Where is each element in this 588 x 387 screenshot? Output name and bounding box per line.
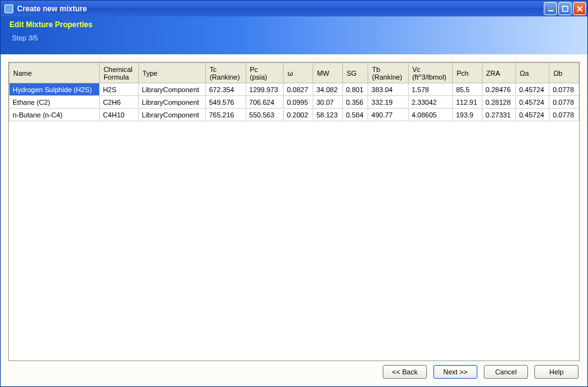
help-button[interactable]: Help	[534, 365, 579, 379]
next-button[interactable]: Next >>	[433, 365, 477, 379]
table-cell[interactable]: 490.77	[368, 109, 409, 121]
svg-rect-1	[563, 6, 568, 11]
table-cell[interactable]: LibraryComponent	[138, 83, 205, 96]
column-header[interactable]: ZRA	[482, 63, 515, 83]
minimize-icon	[548, 6, 554, 12]
client-area: NameChemicalFormulaTypeTc(Rankine)Pc(psi…	[1, 54, 587, 386]
wizard-footer: << Back Next >> Cancel Help	[8, 361, 580, 380]
properties-table: NameChemicalFormulaTypeTc(Rankine)Pc(psi…	[9, 63, 579, 121]
column-header[interactable]: Ωa	[515, 63, 549, 83]
table-cell[interactable]: 0.584	[342, 109, 368, 121]
table-cell[interactable]: 0.45724	[515, 109, 549, 121]
table-cell[interactable]: 549.576	[205, 96, 246, 109]
table-body: Hydrogen Sulphide (H2S)H2SLibraryCompone…	[9, 83, 579, 121]
table-cell[interactable]: 383.04	[368, 83, 409, 96]
maximize-icon	[562, 6, 568, 12]
table-cell[interactable]: 0.0827	[284, 83, 313, 96]
table-row[interactable]: Hydrogen Sulphide (H2S)H2SLibraryCompone…	[9, 83, 579, 96]
table-row[interactable]: n-Butane (n-C4)C4H10LibraryComponent765.…	[9, 109, 579, 121]
minimize-button[interactable]	[544, 2, 557, 15]
table-cell[interactable]: Ethane (C2)	[9, 96, 100, 109]
column-header[interactable]: ω	[284, 63, 313, 83]
column-header[interactable]: ChemicalFormula	[99, 63, 138, 83]
table-cell[interactable]: C4H10	[99, 109, 138, 121]
app-icon	[4, 4, 13, 13]
close-icon	[577, 6, 583, 12]
table-cell[interactable]: 1.578	[408, 83, 452, 96]
maximize-button[interactable]	[558, 2, 572, 15]
column-header[interactable]: Ωb	[549, 63, 579, 83]
table-cell[interactable]: H2S	[99, 83, 138, 96]
table-cell[interactable]: 0.801	[342, 83, 368, 96]
table-cell[interactable]: 30.07	[313, 96, 342, 109]
table-cell[interactable]: 0.28476	[482, 83, 515, 96]
svg-rect-0	[548, 10, 553, 11]
table-cell[interactable]: 0.0778	[549, 96, 579, 109]
close-button[interactable]	[573, 2, 586, 15]
banner-step: Step 3/5	[12, 34, 579, 42]
table-cell[interactable]: 34.082	[313, 83, 342, 96]
table-cell[interactable]: 0.0995	[284, 96, 313, 109]
app-window: Create new mixture Edit Mixture Properti…	[0, 0, 588, 387]
table-cell[interactable]: 4.08605	[408, 109, 452, 121]
table-cell[interactable]: 1299.973	[246, 83, 284, 96]
table-cell[interactable]: 0.28128	[482, 96, 515, 109]
table-cell[interactable]: 0.45724	[515, 83, 549, 96]
table-header: NameChemicalFormulaTypeTc(Rankine)Pc(psi…	[9, 63, 579, 83]
table-cell[interactable]: 550.563	[246, 109, 284, 121]
window-title: Create new mixture	[17, 4, 544, 13]
column-header[interactable]: Pch	[452, 63, 482, 83]
table-cell[interactable]: 0.0778	[549, 109, 579, 121]
table-cell[interactable]: 2.33042	[408, 96, 452, 109]
table-cell[interactable]: LibraryComponent	[138, 96, 205, 109]
table-cell[interactable]: 112.91	[452, 96, 482, 109]
table-cell[interactable]: 85.5	[452, 83, 482, 96]
column-header[interactable]: Type	[138, 63, 205, 83]
table-cell[interactable]: C2H6	[99, 96, 138, 109]
table-cell[interactable]: 0.356	[342, 96, 368, 109]
table-cell[interactable]: 672.354	[205, 83, 246, 96]
cancel-button[interactable]: Cancel	[484, 365, 528, 379]
back-button[interactable]: << Back	[383, 365, 427, 379]
window-controls	[544, 2, 586, 15]
table-cell[interactable]: 765.216	[205, 109, 246, 121]
table-cell[interactable]: 193.9	[452, 109, 482, 121]
table-cell[interactable]: 706.624	[246, 96, 284, 109]
grid-container[interactable]: NameChemicalFormulaTypeTc(Rankine)Pc(psi…	[8, 62, 580, 361]
column-header[interactable]: Vc(ft^3/lbmol)	[408, 63, 452, 83]
table-cell[interactable]: LibraryComponent	[138, 109, 205, 121]
wizard-banner: Edit Mixture Properties Step 3/5	[1, 16, 587, 54]
table-cell[interactable]: 58.123	[313, 109, 342, 121]
table-cell[interactable]: 0.27331	[482, 109, 515, 121]
table-row[interactable]: Ethane (C2)C2H6LibraryComponent549.57670…	[9, 96, 579, 109]
table-cell[interactable]: 0.45724	[515, 96, 549, 109]
column-header[interactable]: MW	[313, 63, 342, 83]
column-header[interactable]: SG	[342, 63, 368, 83]
table-cell[interactable]: n-Butane (n-C4)	[9, 109, 100, 121]
column-header[interactable]: Name	[9, 63, 100, 83]
table-cell[interactable]: 0.0778	[549, 83, 579, 96]
column-header[interactable]: Tb(Rankine)	[368, 63, 409, 83]
table-cell[interactable]: 332.19	[368, 96, 409, 109]
table-cell[interactable]: Hydrogen Sulphide (H2S)	[9, 83, 100, 96]
banner-heading: Edit Mixture Properties	[9, 20, 579, 29]
title-bar: Create new mixture	[1, 1, 587, 16]
column-header[interactable]: Pc(psia)	[246, 63, 284, 83]
table-cell[interactable]: 0.2002	[284, 109, 313, 121]
column-header[interactable]: Tc(Rankine)	[205, 63, 246, 83]
